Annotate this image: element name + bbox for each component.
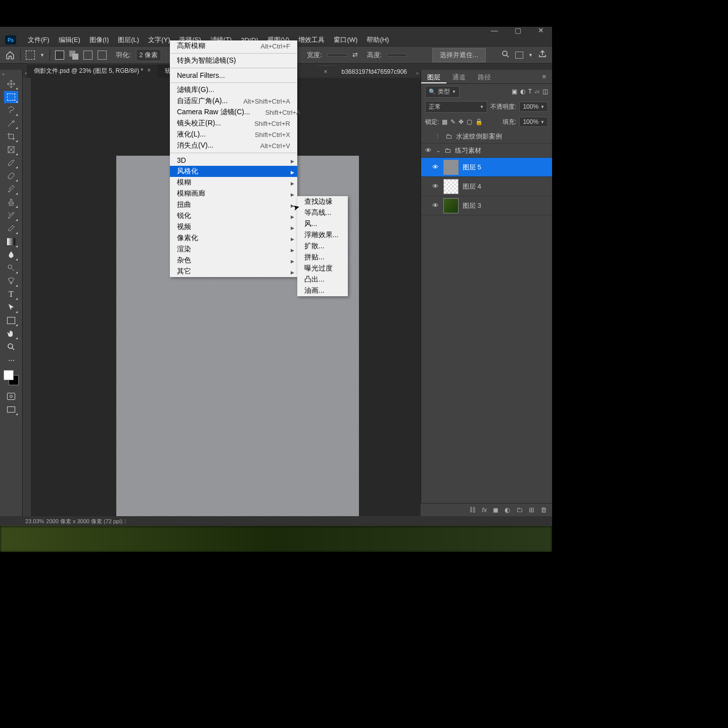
swap-icon[interactable]: ⇄ — [352, 51, 358, 59]
hand-tool[interactable] — [4, 328, 18, 340]
doc-info[interactable]: 2000 像素 x 3000 像素 (72 ppi) 〉 — [46, 518, 129, 525]
lock-artboard-icon[interactable]: ▢ — [467, 118, 472, 125]
layer-thumbnail[interactable] — [443, 198, 459, 213]
marquee-tool-preset-icon[interactable] — [26, 51, 35, 60]
new-selection-icon[interactable] — [55, 51, 64, 60]
opacity-value[interactable]: 100%▼ — [519, 102, 548, 112]
layer-row[interactable]: 👁 图层 5 — [421, 158, 552, 177]
width-value[interactable] — [327, 54, 347, 57]
fx-icon[interactable]: fx — [482, 506, 487, 514]
menu-item-pixelate[interactable]: 像素化 — [170, 233, 297, 244]
lock-all-icon[interactable]: 🔒 — [475, 118, 483, 125]
tab-layers[interactable]: 图层 — [421, 70, 446, 83]
layer-filter-dropdown[interactable]: 🔍类型▼ — [425, 86, 460, 98]
subtract-selection-icon[interactable] — [83, 51, 93, 60]
menu-item-3d[interactable]: 3D — [170, 155, 297, 166]
menu-help[interactable]: 帮助(H) — [362, 34, 393, 46]
panel-menu-icon[interactable]: ≡ — [536, 70, 552, 83]
layer-name[interactable]: 水波纹倒影案例 — [456, 132, 502, 141]
menu-item-noise[interactable]: 杂色 — [170, 255, 297, 266]
delete-icon[interactable]: 🗑 — [540, 506, 547, 514]
crop-tool[interactable] — [4, 130, 18, 143]
menu-item-distort[interactable]: 扭曲 — [170, 199, 297, 210]
marquee-tool[interactable] — [4, 91, 18, 103]
lock-move-icon[interactable]: ✥ — [459, 118, 464, 125]
menu-item-sharpen[interactable]: 锐化 — [170, 210, 297, 221]
screenmode-icon[interactable] — [4, 403, 18, 416]
submenu-oil[interactable]: 油画... — [297, 285, 348, 296]
mask-icon[interactable]: ◼ — [493, 506, 498, 514]
eraser-tool[interactable] — [4, 222, 18, 235]
submenu-extrude[interactable]: 凸出... — [297, 274, 348, 285]
visibility-toggle[interactable]: 👁 — [431, 183, 439, 190]
layer-thumbnail[interactable] — [443, 160, 459, 175]
submenu-tiles[interactable]: 拼贴... — [297, 252, 348, 263]
visibility-toggle[interactable]: 👁 — [431, 202, 439, 209]
submenu-find-edges[interactable]: 查找边缘 — [297, 196, 348, 207]
group-icon[interactable]: 🗀 — [516, 506, 523, 514]
select-and-mask-button[interactable]: 选择并遮住... — [432, 48, 486, 62]
minimize-button[interactable]: — — [487, 27, 502, 34]
submenu-diffuse[interactable]: 扩散... — [297, 241, 348, 252]
fill-value[interactable]: 100%▼ — [519, 117, 548, 127]
submenu-solarize[interactable]: 曝光过度 — [297, 263, 348, 274]
layer-name[interactable]: 图层 5 — [463, 163, 481, 172]
lock-brush-icon[interactable]: ✎ — [450, 118, 456, 125]
chevron-down-icon[interactable]: ⌄ — [436, 148, 440, 153]
chevron-down-icon[interactable]: ▼ — [40, 53, 44, 58]
menu-item-lens[interactable]: 镜头校正(R)...Shift+Ctrl+R — [170, 118, 297, 129]
gradient-tool[interactable] — [4, 236, 18, 248]
document-tab[interactable]: × — [317, 65, 335, 78]
blend-mode-dropdown[interactable]: 正常▼ — [425, 101, 487, 113]
workspace-icon[interactable] — [515, 52, 523, 59]
close-button[interactable]: ✕ — [534, 27, 548, 34]
menu-layer[interactable]: 图层(L) — [113, 34, 144, 46]
eyedropper-tool[interactable] — [4, 157, 18, 169]
layer-thumbnail[interactable] — [443, 179, 459, 194]
stamp-tool[interactable] — [4, 196, 18, 208]
tab-paths[interactable]: 路径 — [472, 70, 497, 83]
layer-row[interactable]: 👁 图层 3 — [421, 196, 552, 215]
menu-item-blur[interactable]: 模糊 — [170, 177, 297, 188]
menu-item-gallery[interactable]: 滤镜库(G)... — [170, 84, 297, 96]
menu-item-stylize[interactable]: 风格化 — [170, 166, 297, 177]
submenu-wind[interactable]: 风... — [297, 218, 348, 230]
quickmask-icon[interactable] — [4, 390, 18, 402]
menu-item-convert-smart[interactable]: 转换为智能滤镜(S) — [170, 55, 297, 66]
visibility-toggle[interactable]: 👁 — [424, 147, 432, 154]
filter-shape-icon[interactable]: ▱ — [535, 88, 539, 95]
layer-group[interactable]: 👁 ⌄ 🗀 练习素材 — [421, 144, 552, 158]
submenu-contour[interactable]: 等高线... — [297, 207, 348, 218]
menu-window[interactable]: 窗口(W) — [329, 34, 362, 46]
menu-item-other[interactable]: 其它 — [170, 266, 297, 277]
menu-image[interactable]: 图像(I) — [85, 34, 113, 46]
tab-channels[interactable]: 通道 — [446, 70, 472, 83]
layer-name[interactable]: 练习素材 — [455, 146, 481, 155]
brush-tool[interactable] — [4, 183, 18, 195]
menu-item-camera-raw[interactable]: Camera Raw 滤镜(C)...Shift+Ctrl+A — [170, 107, 297, 118]
filter-image-icon[interactable]: ▣ — [512, 88, 517, 95]
share-icon[interactable] — [538, 50, 547, 60]
menu-edit[interactable]: 编辑(E) — [54, 34, 85, 46]
document-tab[interactable]: b3683197fd476597c906 — [335, 66, 414, 78]
menu-file[interactable]: 文件(F) — [23, 34, 54, 46]
zoom-level[interactable]: 23.03% — [25, 518, 44, 524]
dodge-tool[interactable] — [4, 262, 18, 274]
height-value[interactable] — [387, 54, 407, 57]
zoom-tool[interactable] — [4, 341, 18, 353]
filter-adjust-icon[interactable]: ◐ — [520, 88, 525, 95]
magic-wand-tool[interactable] — [4, 117, 18, 129]
chevron-down-icon[interactable]: ▼ — [528, 53, 533, 58]
healing-tool[interactable] — [4, 170, 18, 182]
color-swatches[interactable] — [4, 370, 19, 385]
filter-smart-icon[interactable]: ◫ — [542, 88, 548, 95]
layer-group[interactable]: 〉 🗀 水波纹倒影案例 — [421, 129, 552, 144]
menu-item-blurgal[interactable]: 模糊画廊 — [170, 188, 297, 199]
close-tab-icon[interactable]: × — [147, 67, 151, 75]
edit-toolbar-icon[interactable]: ⋯ — [4, 354, 18, 366]
submenu-emboss[interactable]: 浮雕效果... — [297, 230, 348, 241]
menu-item-video[interactable]: 视频 — [170, 221, 297, 233]
add-selection-icon[interactable] — [69, 51, 78, 60]
frame-tool[interactable] — [4, 144, 18, 156]
shape-tool[interactable] — [4, 314, 18, 327]
